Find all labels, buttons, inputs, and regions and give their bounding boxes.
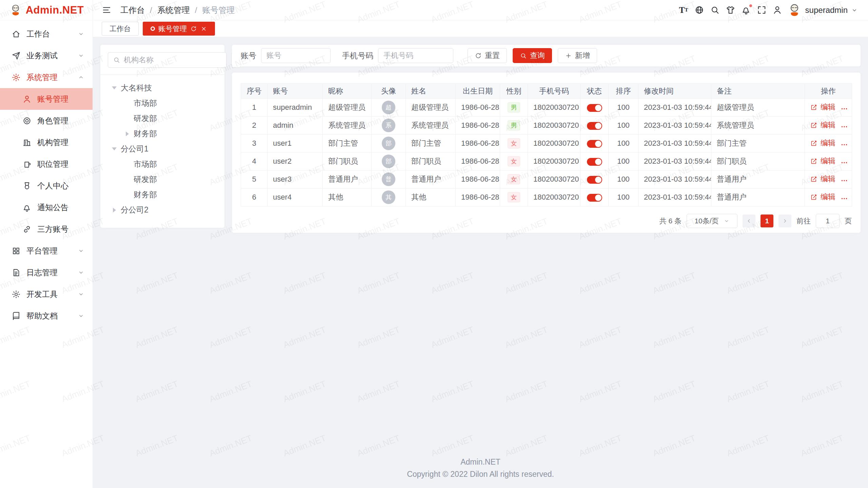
sidebar-item[interactable]: 帮助文档 — [0, 305, 93, 327]
status-toggle[interactable] — [587, 140, 602, 148]
tree-node[interactable]: 市场部 — [108, 96, 217, 111]
theme-icon[interactable] — [726, 5, 735, 15]
user-menu[interactable]: superadmin — [787, 3, 858, 18]
sidebar-item[interactable]: 工作台 — [0, 23, 93, 45]
table-cell: 超 — [372, 99, 406, 117]
tree-node[interactable]: 分公司1 — [108, 141, 217, 157]
tab-close-icon[interactable] — [200, 25, 207, 32]
table-cell: 女 — [500, 135, 528, 152]
language-icon[interactable] — [694, 5, 704, 15]
add-button[interactable]: 新增 — [558, 48, 597, 63]
row-more-button[interactable] — [840, 195, 848, 203]
org-search-input[interactable] — [124, 56, 221, 64]
row-more-button[interactable] — [840, 177, 848, 185]
tree-node[interactable]: 分公司2 — [108, 202, 217, 218]
sidebar-item[interactable]: 职位管理 — [0, 153, 93, 175]
notification-icon[interactable] — [741, 5, 751, 15]
status-toggle[interactable] — [587, 176, 602, 184]
avatar: 其 — [382, 190, 395, 204]
next-page-button[interactable] — [778, 215, 791, 227]
sidebar-item[interactable]: 三方账号 — [0, 218, 93, 240]
tab-refresh-icon[interactable] — [190, 25, 197, 32]
current-page[interactable]: 1 — [761, 215, 773, 227]
sidebar-item[interactable]: 个人中心 — [0, 175, 93, 197]
link-icon — [22, 225, 32, 234]
row-more-button[interactable] — [840, 123, 848, 131]
font-size-icon[interactable]: TT — [679, 5, 689, 15]
edit-icon — [810, 122, 817, 129]
row-more-button[interactable] — [840, 141, 848, 149]
status-toggle[interactable] — [587, 122, 602, 130]
status-toggle[interactable] — [587, 158, 602, 166]
page-size-select[interactable]: 10条/页 — [687, 214, 737, 228]
sidebar-item[interactable]: 平台管理 — [0, 240, 93, 262]
edit-button[interactable]: 编辑 — [810, 102, 835, 112]
sidebar-item[interactable]: 系统管理 — [0, 66, 93, 88]
row-more-button[interactable] — [840, 159, 848, 167]
sidebar-item-label: 通知公告 — [37, 202, 68, 213]
column-header: 排序 — [609, 84, 638, 99]
caret-right-icon[interactable] — [113, 208, 116, 212]
caret-down-icon[interactable] — [112, 147, 117, 150]
tab-item[interactable]: 工作台 — [102, 22, 139, 36]
breadcrumb-item[interactable]: 工作台 — [120, 5, 145, 16]
column-header: 性别 — [500, 84, 528, 99]
goto-page-input[interactable] — [816, 214, 840, 228]
table-cell: 2023-01-03 10:59:44 — [638, 99, 711, 117]
account-input[interactable] — [261, 48, 331, 63]
tab-active[interactable]: 账号管理 — [143, 22, 215, 36]
edit-button[interactable]: 编辑 — [810, 174, 835, 184]
edit-button[interactable]: 编辑 — [810, 138, 835, 148]
profile-icon — [22, 181, 32, 190]
sidebar-item[interactable]: 日志管理 — [0, 262, 93, 283]
profile-top-icon[interactable] — [772, 5, 782, 15]
table-row: 3user1部门主管部部门主管1986-06-28女18020030720100… — [241, 135, 852, 152]
fullscreen-icon[interactable] — [757, 5, 767, 15]
table-cell: 2023-01-03 10:59:44 — [638, 117, 711, 135]
edit-button[interactable]: 编辑 — [810, 192, 835, 202]
avatar: 部 — [382, 137, 395, 150]
breadcrumb-item[interactable]: 系统管理 — [157, 5, 190, 16]
sidebar-item[interactable]: 角色管理 — [0, 110, 93, 131]
status-toggle[interactable] — [587, 104, 602, 112]
sidebar-item[interactable]: 机构管理 — [0, 131, 93, 153]
collapse-menu-icon[interactable] — [102, 5, 112, 15]
caret-down-icon[interactable] — [112, 86, 117, 89]
reset-button[interactable]: 重置 — [468, 48, 507, 63]
caret-right-icon[interactable] — [126, 131, 129, 136]
search-button[interactable]: 查询 — [513, 48, 552, 63]
table-cell: 普 — [372, 170, 406, 188]
table-cell: 部门主管 — [711, 135, 805, 152]
logo[interactable]: Admin.NET — [0, 0, 93, 20]
status-toggle[interactable] — [587, 194, 602, 202]
sidebar-item[interactable]: 开发工具 — [0, 283, 93, 305]
topbar: 工作台/系统管理/账号管理 TT superadmin — [93, 0, 868, 20]
table-cell: 部门职员 — [323, 152, 372, 170]
send-icon — [12, 51, 21, 60]
tree-node[interactable]: 研发部 — [108, 111, 217, 126]
table-cell: 普通用户 — [406, 170, 456, 188]
docs-icon — [12, 311, 21, 321]
table-cell: 超级管理员 — [323, 99, 372, 117]
gear-icon — [12, 73, 21, 82]
prev-page-button[interactable] — [743, 215, 755, 227]
sidebar-item[interactable]: 业务测试 — [0, 45, 93, 66]
edit-button[interactable]: 编辑 — [810, 156, 835, 166]
tree-node[interactable]: 研发部 — [108, 172, 217, 187]
chevron-down-icon — [78, 52, 84, 59]
phone-input[interactable] — [378, 48, 453, 63]
sidebar-item-label: 帮助文档 — [26, 311, 58, 321]
tree-node[interactable]: 财务部 — [108, 126, 217, 141]
tree-node[interactable]: 大名科技 — [108, 80, 217, 96]
org-search[interactable] — [108, 52, 226, 68]
column-header: 序号 — [241, 84, 268, 99]
sidebar-item[interactable]: 账号管理 — [0, 88, 93, 110]
sidebar-item-label: 角色管理 — [37, 116, 68, 126]
chevron-left-icon — [746, 218, 752, 224]
sidebar-item[interactable]: 通知公告 — [0, 197, 93, 218]
search-icon[interactable] — [710, 5, 720, 15]
tree-node[interactable]: 市场部 — [108, 157, 217, 172]
row-more-button[interactable] — [840, 105, 848, 113]
tree-node[interactable]: 财务部 — [108, 187, 217, 202]
edit-button[interactable]: 编辑 — [810, 120, 835, 130]
